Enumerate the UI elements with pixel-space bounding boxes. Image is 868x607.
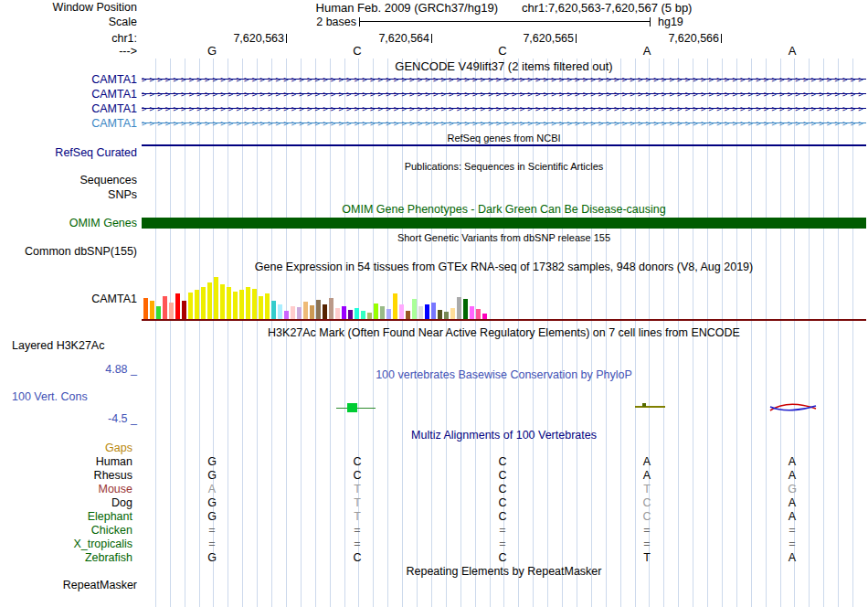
gencode-transcript-arrows[interactable]: >>>>>>>>>>>>>>>>>>>>>>>>>>>>>>>>>>>>>>>>… [142,119,866,128]
gtex-tissue-bar[interactable] [265,293,270,320]
alignment-base: T [349,497,365,509]
gtex-tissue-bar[interactable] [316,300,321,320]
gtex-tissue-bar[interactable] [457,297,461,320]
species-label-elephant[interactable]: Elephant [88,511,132,523]
gtex-tissue-bar[interactable] [431,303,436,320]
gtex-tissue-bar[interactable] [195,290,199,320]
gtex-tissue-bar[interactable] [143,298,148,320]
publications-track-title[interactable]: Publications: Sequences in Scientific Ar… [142,162,866,172]
species-label-rhesus[interactable]: Rhesus [94,470,132,482]
species-label-x_tropicalis[interactable]: X_tropicalis [73,538,132,550]
alignment-base: T [349,484,365,495]
gencode-transcript-arrows[interactable]: >>>>>>>>>>>>>>>>>>>>>>>>>>>>>>>>>>>>>>>>… [142,104,866,113]
alignment-base: G [784,484,800,495]
gtex-tissue-bar[interactable] [150,301,154,320]
species-label-zebrafish[interactable]: Zebrafish [85,552,132,564]
track-label-snps[interactable]: SNPs [108,189,137,201]
track-label-gtex-gene[interactable]: CAMTA1 [91,293,137,305]
refseq-gene-item[interactable] [142,144,866,146]
track-label-sequences[interactable]: Sequences [79,175,137,186]
gtex-tissue-bar[interactable] [233,292,238,320]
refseq-track-title[interactable]: RefSeq genes from NCBI [142,133,866,144]
gtex-tissue-bar[interactable] [463,299,468,320]
track-label-gaps[interactable]: Gaps [105,442,132,454]
gtex-tissue-bar[interactable] [207,282,212,320]
gtex-tissue-bar[interactable] [374,304,378,320]
gencode-transcript-arrows[interactable]: >>>>>>>>>>>>>>>>>>>>>>>>>>>>>>>>>>>>>>>>… [142,90,866,99]
dbsnp-track-title[interactable]: Short Genetic Variants from dbSNP releas… [142,233,866,243]
species-label-chicken[interactable]: Chicken [91,525,132,537]
gtex-tissue-bar[interactable] [201,287,206,320]
position-range: chr1:7,620,563-7,620,567 (5 bp) [522,2,692,15]
ruler-position: 7,620,564 [351,33,429,45]
gtex-tissue-bar[interactable] [239,290,244,320]
gtex-tissue-bar[interactable] [220,284,225,320]
phylop-track-title[interactable]: 100 vertebrates Basewise Conservation by… [142,369,866,381]
gtex-tissue-bar[interactable] [303,302,308,320]
track-label-omim-genes[interactable]: OMIM Genes [69,218,137,229]
scale-row-label: Scale [109,16,137,28]
track-label-gencode-camta1[interactable]: CAMTA1 [91,74,137,86]
gtex-tissue-bar[interactable] [271,301,276,320]
gencode-transcript-arrows[interactable]: >>>>>>>>>>>>>>>>>>>>>>>>>>>>>>>>>>>>>>>>… [142,75,866,84]
gtex-tissue-bar[interactable] [227,287,231,320]
alignment-base: C [494,456,511,468]
gtex-tissue-bar[interactable] [399,304,404,320]
gtex-tissue-bar[interactable] [163,296,167,320]
track-label-100-vert-cons[interactable]: 100 Vert. Cons [12,391,88,403]
alignment-base: C [639,497,655,509]
ruler-position: 7,620,566 [640,33,719,45]
alignment-base: A [639,456,655,468]
gencode-track-title[interactable]: GENCODE V49lift37 (2 items filtered out) [142,60,866,72]
gtex-tissue-bar[interactable] [380,306,385,320]
omim-track-title[interactable]: OMIM Gene Phenotypes - Dark Green Can Be… [142,204,866,216]
multiz-track-title[interactable]: Multiz Alignments of 100 Vertebrates [142,430,866,442]
gtex-tissue-bar[interactable] [297,307,302,320]
gtex-tissue-bar[interactable] [323,304,327,320]
h3k27ac-track-title[interactable]: H3K27Ac Mark (Often Found Near Active Re… [142,327,866,339]
gtex-tissue-bar[interactable] [342,306,346,320]
track-label-refseq-curated[interactable]: RefSeq Curated [55,147,137,159]
gtex-tissue-bar[interactable] [393,293,397,320]
gtex-tissue-bar[interactable] [470,306,474,320]
conservation-squiggle [768,399,818,416]
gtex-tissue-bar[interactable] [175,293,180,320]
gtex-tissue-bar[interactable] [418,306,423,320]
alignment-base: A [639,470,655,482]
gtex-tissue-bar[interactable] [310,305,314,320]
omim-gene-bar[interactable] [142,218,866,229]
repeatmasker-track-title[interactable]: Repeating Elements by RepeatMasker [142,566,866,578]
track-label-gencode-camta1[interactable]: CAMTA1 [91,103,137,115]
gtex-track-title[interactable]: Gene Expression in 54 tissues from GTEx … [142,261,866,273]
gtex-tissue-bar[interactable] [329,298,333,320]
alignment-base: A [784,456,800,468]
strand-arrow-label: ---> [119,46,137,58]
gtex-tissue-bar[interactable] [259,296,263,320]
gtex-tissue-bar[interactable] [169,303,174,320]
track-label-gencode-camta1[interactable]: CAMTA1 [91,89,137,101]
alignment-base: = [349,538,365,550]
conservation-min-label: -4.5 _ [108,413,137,425]
alignment-base: A [784,497,800,509]
gtex-tissue-bar[interactable] [291,306,295,320]
alignment-base: A [784,470,800,482]
gtex-tissue-bar[interactable] [246,287,250,320]
gtex-tissue-bar[interactable] [214,277,218,320]
gtex-tissue-bar[interactable] [188,293,193,320]
gtex-tissue-bar[interactable] [278,304,282,320]
alignment-base: = [784,538,800,550]
track-label-repeatmasker[interactable]: RepeatMasker [63,580,137,591]
reference-base: C [493,45,512,58]
track-label-gencode-camta1[interactable]: CAMTA1 [91,118,137,130]
gtex-tissue-bar[interactable] [156,306,161,320]
gtex-tissue-bar[interactable] [425,304,429,320]
gtex-tissue-bar[interactable] [412,299,417,320]
gtex-tissue-bar[interactable] [252,289,257,320]
species-label-human[interactable]: Human [96,456,132,468]
species-label-mouse[interactable]: Mouse [98,484,132,495]
gtex-tissue-bar[interactable] [182,301,186,320]
track-label-h3k27ac[interactable]: Layered H3K27Ac [12,340,104,352]
track-label-common-dbsnp[interactable]: Common dbSNP(155) [25,246,137,258]
species-label-dog[interactable]: Dog [111,497,132,509]
alignment-base: = [204,538,220,550]
